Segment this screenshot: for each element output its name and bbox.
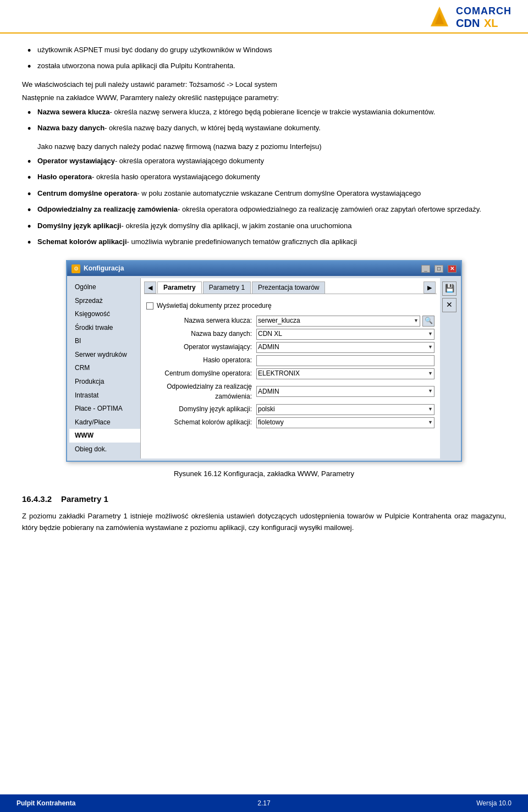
bullet-text: Domyślny język aplikacji- określa język … bbox=[37, 220, 506, 231]
label-jezyk: Domyślny język aplikacji: bbox=[146, 404, 256, 415]
label-baza: Nazwa bazy danych: bbox=[146, 329, 256, 339]
bullet-icon: • bbox=[28, 220, 37, 233]
label-haslo: Hasło operatora: bbox=[146, 355, 256, 366]
intro-bullet-list: • użytkownik ASPNET musi być dodany do g… bbox=[22, 45, 506, 74]
list-item: • użytkownik ASPNET musi być dodany do g… bbox=[22, 45, 506, 57]
tab-nav-right[interactable]: ▶ bbox=[424, 281, 436, 294]
show-docs-checkbox[interactable] bbox=[146, 302, 153, 310]
bullet-icon: • bbox=[28, 236, 37, 249]
maximize-button[interactable]: □ bbox=[435, 265, 443, 273]
comarch-logo-icon bbox=[427, 5, 452, 30]
bullet-icon: • bbox=[28, 188, 37, 201]
checkbox-row: Wyświetlaj dokumenty przez procedurę bbox=[146, 301, 435, 311]
list-item: • Domyślny język aplikacji- określa języ… bbox=[22, 220, 506, 233]
tab-parametry[interactable]: Parametry bbox=[157, 281, 202, 294]
form-row-serwer: Nazwa serwera klucza: serwer_klucza ▼ 🔍 bbox=[146, 316, 435, 327]
select-baza-value: CDN XL bbox=[258, 329, 282, 339]
nav-item-bi[interactable]: BI bbox=[69, 334, 140, 348]
select-centrum-value: ELEKTRONIX bbox=[258, 368, 300, 379]
form-area: Wyświetlaj dokumenty przez procedurę Naz… bbox=[144, 297, 437, 434]
minimize-button[interactable]: _ bbox=[421, 265, 430, 273]
nav-item-srodki[interactable]: Środki trwałe bbox=[69, 321, 140, 335]
select-jezyk[interactable]: polski ▼ bbox=[256, 404, 435, 415]
form-row-haslo: Hasło operatora: bbox=[146, 355, 435, 366]
figure-caption: Rysunek 16.12 Konfiguracja, zakładka WWW… bbox=[174, 468, 354, 479]
list-item: • Nazwa sewera klucza- określa nazwę ser… bbox=[22, 107, 506, 119]
win-nav: Ogólne Sprzedaż Księgowość Środki trwałe… bbox=[69, 278, 141, 459]
list-item: • została utworzona nowa pula aplikacji … bbox=[22, 60, 506, 73]
section-name: Parametry 1 bbox=[61, 494, 108, 504]
close-action-button[interactable]: ✕ bbox=[442, 298, 457, 312]
tab-prezentacja[interactable]: Prezentacja towarów bbox=[252, 281, 325, 294]
label-schemat: Schemat kolorów aplikacji: bbox=[146, 417, 256, 428]
control-operator: ADMIN ▼ bbox=[256, 342, 435, 353]
checkbox-label: Wyświetlaj dokumenty przez procedurę bbox=[157, 301, 272, 311]
logo-xl: XL bbox=[484, 17, 498, 29]
label-odpowiedzialny: Odpowiedzialny za realizację zamówienia: bbox=[146, 382, 256, 402]
logo-cdn-xl: CDN XL bbox=[456, 17, 512, 29]
bullet-text: Schemat kolorów aplikacji- umożliwia wyb… bbox=[37, 236, 506, 247]
list-item: • Odpowiedzialny za realizację zamówieni… bbox=[22, 204, 506, 217]
nav-item-crm[interactable]: CRM bbox=[69, 361, 140, 375]
bullet-text: Centrum domyślne operatora- w polu zosta… bbox=[37, 188, 506, 199]
list-item: • Centrum domyślne operatora- w polu zos… bbox=[22, 188, 506, 201]
tab-parametry1[interactable]: Parametry 1 bbox=[203, 281, 251, 294]
close-button[interactable]: ✕ bbox=[448, 265, 457, 273]
list-item: • Operator wystawiający- określa operato… bbox=[22, 156, 506, 168]
label-operator: Operator wystawiający: bbox=[146, 342, 256, 352]
control-serwer: serwer_klucza ▼ 🔍 bbox=[256, 316, 435, 327]
para-www: Następnie na zakładce WWW, Paramtery nal… bbox=[22, 92, 506, 103]
bullet-text: Nazwa bazy danych- określa nazwę bazy da… bbox=[37, 123, 506, 134]
bullet-text: Operator wystawiający- określa operatora… bbox=[37, 156, 506, 167]
bullet-text: Nazwa sewera klucza- określa nazwę serwe… bbox=[37, 107, 506, 118]
params-bullet-list: • Nazwa sewera klucza- określa nazwę ser… bbox=[22, 107, 506, 136]
bullet-text: użytkownik ASPNET musi być dodany do gru… bbox=[37, 45, 506, 56]
nav-item-ksiegowosc[interactable]: Księgowość bbox=[69, 307, 140, 321]
nav-item-kadry[interactable]: Kadry/Płace bbox=[69, 416, 140, 429]
win-panel: ◀ Parametry Parametry 1 Prezentacja towa… bbox=[141, 278, 440, 459]
titlebar-icon: ⚙ bbox=[72, 264, 80, 273]
select-serwer-value: serwer_klucza bbox=[258, 316, 300, 326]
win-titlebar: ⚙ Konfiguracja _ □ ✕ bbox=[67, 261, 461, 276]
form-row-operator: Operator wystawiający: ADMIN ▼ bbox=[146, 342, 435, 353]
win-actions: 💾 ✕ bbox=[440, 278, 459, 459]
dropdown-arrow: ▼ bbox=[428, 330, 433, 338]
nav-item-place-optima[interactable]: Płace - OPTIMA bbox=[69, 402, 140, 416]
tabs-row: ◀ Parametry Parametry 1 Prezentacja towa… bbox=[144, 281, 437, 294]
select-odpowiedzialny-value: ADMIN bbox=[258, 386, 279, 397]
form-row-baza: Nazwa bazy danych: CDN XL ▼ bbox=[146, 329, 435, 340]
nav-item-obieg[interactable]: Obieg dok. bbox=[69, 443, 140, 456]
save-action-button[interactable]: 💾 bbox=[442, 281, 457, 296]
footer-center: 2.17 bbox=[182, 799, 346, 807]
nav-item-ogolne[interactable]: Ogólne bbox=[69, 280, 140, 294]
para-local-system: We właściwościach tej puli należy ustawi… bbox=[22, 79, 506, 90]
select-odpowiedzialny[interactable]: ADMIN ▼ bbox=[256, 386, 435, 397]
screenshot-container: ⚙ Konfiguracja _ □ ✕ Ogólne Sprzedaż Ksi… bbox=[22, 260, 506, 479]
section-body: Z poziomu zakładki Parametry 1 istnieje … bbox=[22, 511, 506, 534]
nav-item-sprzedaz[interactable]: Sprzedaż bbox=[69, 294, 140, 308]
select-baza[interactable]: CDN XL ▼ bbox=[256, 329, 435, 340]
tab-nav-left[interactable]: ◀ bbox=[144, 281, 156, 294]
input-haslo[interactable] bbox=[256, 355, 435, 366]
select-operator[interactable]: ADMIN ▼ bbox=[256, 342, 435, 353]
logo-cdn: CDN bbox=[456, 17, 480, 29]
nav-item-serwer[interactable]: Serwer wydruków bbox=[69, 348, 140, 362]
search-button[interactable]: 🔍 bbox=[422, 316, 435, 327]
bullet-icon: • bbox=[28, 45, 37, 57]
select-centrum[interactable]: ELEKTRONIX ▼ bbox=[256, 368, 435, 379]
nav-item-www[interactable]: WWW bbox=[69, 429, 140, 443]
list-item: • Nazwa bazy danych- określa nazwę bazy … bbox=[22, 123, 506, 135]
footer-right: Wersja 10.0 bbox=[346, 799, 512, 807]
nav-item-produkcja[interactable]: Produkcja bbox=[69, 375, 140, 389]
para-db-name: Jako nazwę bazy danych należy podać nazw… bbox=[37, 141, 506, 152]
win-dialog: ⚙ Konfiguracja _ □ ✕ Ogólne Sprzedaż Ksi… bbox=[66, 260, 462, 461]
header: COMARCH CDN XL bbox=[0, 0, 528, 34]
bullet-icon: • bbox=[28, 60, 37, 73]
bullet-icon: • bbox=[28, 204, 37, 217]
list-item: • Schemat kolorów aplikacji- umożliwia w… bbox=[22, 236, 506, 249]
select-schemat[interactable]: fioletowy ▼ bbox=[256, 417, 435, 428]
control-baza: CDN XL ▼ bbox=[256, 329, 435, 340]
select-serwer[interactable]: serwer_klucza ▼ bbox=[256, 316, 420, 327]
nav-item-intrastat[interactable]: Intrastat bbox=[69, 389, 140, 402]
dropdown-arrow: ▼ bbox=[428, 388, 433, 395]
